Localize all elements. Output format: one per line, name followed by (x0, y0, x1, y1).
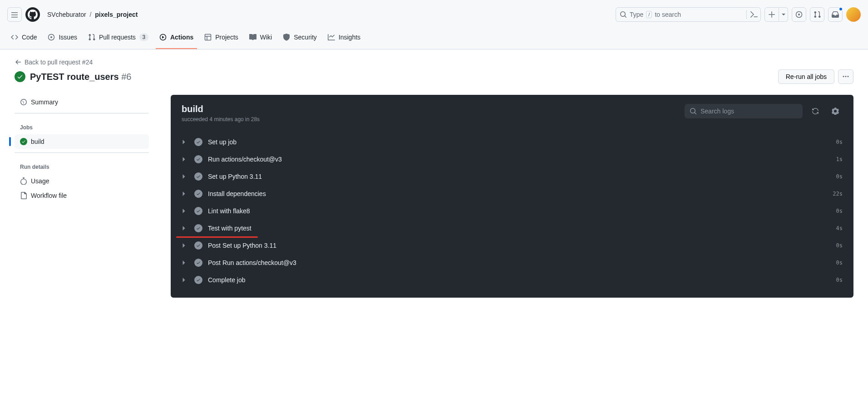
nav-wiki[interactable]: Wiki (246, 30, 276, 49)
more-actions-button[interactable] (838, 69, 853, 84)
chevron-right-icon (182, 243, 189, 248)
nav-pulls-count: 3 (139, 33, 148, 41)
nav-security-label: Security (294, 34, 317, 41)
panel-header: build succeeded 4 minutes ago in 28s Sea… (171, 95, 853, 132)
search-placeholder-post: to search (655, 11, 681, 18)
rerun-button[interactable]: Re-run all jobs (778, 69, 834, 84)
breadcrumb-repo[interactable]: pixels_project (95, 11, 138, 18)
chevron-right-icon (182, 174, 189, 179)
step-row[interactable]: Post Set up Python 3.11 0s (171, 237, 853, 254)
create-new-dropdown[interactable] (764, 7, 788, 22)
check-icon (194, 190, 202, 198)
nav-insights[interactable]: Insights (324, 30, 364, 49)
sidebar-usage-label: Usage (31, 177, 49, 185)
nav-pulls-label: Pull requests (99, 34, 136, 41)
hamburger-menu-button[interactable] (7, 7, 22, 22)
step-duration: 1s (836, 156, 843, 162)
step-duration: 0s (836, 260, 843, 266)
step-row[interactable]: Set up job 0s (171, 133, 853, 151)
search-input[interactable]: Type / to search (616, 7, 761, 22)
kebab-icon (842, 73, 849, 80)
shield-icon (283, 34, 290, 41)
svg-rect-5 (205, 34, 211, 40)
check-icon (20, 138, 27, 145)
back-link[interactable]: Back to pull request #24 (15, 59, 93, 66)
step-row[interactable]: Set up Python 3.11 0s (171, 168, 853, 185)
sidebar-job-label: build (31, 138, 44, 145)
repo-nav: Code Issues Pull requests 3 Actions Proj… (0, 29, 868, 49)
step-name: Post Run actions/checkout@v3 (208, 259, 831, 266)
sidebar-workflow-file[interactable]: Workflow file (15, 188, 149, 203)
step-row[interactable]: Post Run actions/checkout@v3 0s (171, 254, 853, 271)
github-logo[interactable] (25, 7, 40, 22)
nav-actions-label: Actions (170, 34, 193, 41)
step-duration: 0s (836, 173, 843, 180)
search-placeholder-pre: Type (630, 11, 643, 18)
sidebar-usage[interactable]: Usage (15, 174, 149, 188)
check-icon (194, 241, 202, 250)
workflow-title: PyTEST route_users (30, 72, 119, 82)
svg-point-3 (50, 36, 52, 38)
nav-issues-label: Issues (59, 34, 77, 41)
sidebar-workflow-label: Workflow file (31, 192, 67, 199)
check-icon (194, 276, 202, 284)
arrow-left-icon (15, 59, 22, 66)
log-search-placeholder: Search logs (700, 108, 734, 115)
step-row[interactable]: Run actions/checkout@v3 1s (171, 151, 853, 168)
table-icon (204, 34, 212, 41)
record-icon (795, 11, 803, 18)
step-name: Test with pytest (208, 225, 831, 232)
step-row[interactable]: Complete job 0s (171, 271, 853, 289)
refresh-logs-button[interactable] (808, 104, 823, 118)
step-row[interactable]: Lint with flake8 0s (171, 202, 853, 220)
nav-wiki-label: Wiki (260, 34, 272, 41)
check-icon (194, 207, 202, 215)
breadcrumb-owner[interactable]: SVcheburator (47, 11, 86, 18)
step-duration: 0s (836, 208, 843, 214)
nav-insights-label: Insights (339, 34, 360, 41)
step-row[interactable]: Install dependencies 22s (171, 185, 853, 202)
breadcrumb: SVcheburator / pixels_project (47, 11, 138, 18)
file-icon (20, 192, 27, 199)
step-row[interactable]: Test with pytest 4s (171, 220, 853, 237)
check-icon (194, 138, 202, 146)
settings-button[interactable] (828, 104, 843, 118)
command-palette-icon[interactable] (746, 10, 758, 19)
search-kbd: / (646, 11, 652, 18)
step-duration: 0s (836, 277, 843, 283)
step-name: Post Set up Python 3.11 (208, 242, 831, 249)
stopwatch-icon (20, 177, 27, 185)
step-name: Install dependencies (208, 190, 827, 197)
sync-icon (812, 108, 819, 115)
notifications-button[interactable] (828, 7, 843, 22)
play-icon (159, 34, 167, 41)
sidebar-summary[interactable]: Summary (15, 95, 149, 109)
nav-actions[interactable]: Actions (156, 30, 197, 49)
back-link-text: Back to pull request #24 (25, 59, 93, 66)
step-name: Run actions/checkout@v3 (208, 156, 831, 163)
inbox-icon (832, 11, 839, 18)
search-icon (690, 108, 697, 115)
log-search-input[interactable]: Search logs (685, 104, 803, 118)
page-title: PyTEST route_users #6 (30, 72, 131, 82)
chevron-right-icon (182, 226, 189, 230)
nav-code[interactable]: Code (7, 30, 40, 49)
code-icon (11, 34, 18, 41)
nav-projects-label: Projects (215, 34, 238, 41)
nav-issues[interactable]: Issues (44, 30, 80, 49)
divider (15, 113, 149, 113)
pull-requests-tray-button[interactable] (810, 7, 824, 22)
sidebar-details-heading: Run details (15, 157, 149, 174)
user-avatar[interactable] (846, 7, 861, 22)
step-name: Complete job (208, 276, 831, 284)
nav-projects[interactable]: Projects (201, 30, 242, 49)
nav-security[interactable]: Security (279, 30, 321, 49)
divider (15, 152, 149, 153)
nav-pulls[interactable]: Pull requests 3 (84, 29, 152, 49)
issues-tray-button[interactable] (792, 7, 806, 22)
chevron-right-icon (182, 191, 189, 196)
breadcrumb-sep: / (90, 11, 92, 18)
sidebar-job-build[interactable]: build (15, 134, 149, 149)
search-icon (620, 11, 627, 18)
chevron-right-icon (182, 140, 189, 144)
